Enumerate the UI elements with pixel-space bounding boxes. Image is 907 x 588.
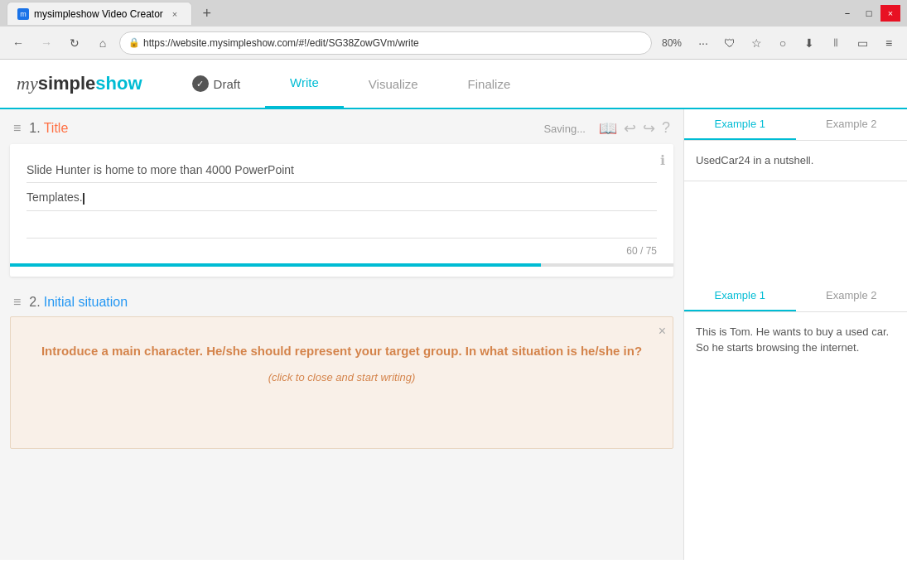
close-instruction-button[interactable]: ×: [659, 324, 666, 339]
example-tabs-1: Example 1 Example 2: [684, 109, 907, 141]
minimize-button[interactable]: −: [837, 5, 857, 22]
window-controls: − □ ×: [837, 5, 900, 22]
example-tab-1-1[interactable]: Example 1: [684, 109, 796, 140]
workflow-step-visualize[interactable]: Visualize: [344, 60, 443, 108]
section-1-icons: 📖 ↩ ↪ ?: [599, 119, 670, 137]
example-tab-2-2[interactable]: Example 2: [796, 281, 908, 311]
section-1-header: ≡ 1. Title Saving... 📖 ↩ ↪ ?: [0, 109, 683, 144]
example-tabs-2: Example 1 Example 2: [684, 281, 907, 312]
hamburger-icon-1[interactable]: ≡: [13, 121, 21, 136]
workflow-step-finalize[interactable]: Finalize: [443, 60, 536, 108]
menu-icon[interactable]: ≡: [877, 31, 900, 55]
star-icon[interactable]: ☆: [745, 31, 768, 55]
refresh-button[interactable]: ↻: [63, 31, 86, 55]
section-2-instruction-card[interactable]: × Introduce a main character. He/she sho…: [10, 316, 673, 449]
section-2-title: Initial situation: [44, 295, 128, 310]
text-line-1: Slide Hunter is home to more than 4000 P…: [27, 161, 657, 183]
text-line-3: [27, 216, 657, 239]
home-button[interactable]: ⌂: [91, 31, 114, 55]
tablet-icon[interactable]: ▭: [851, 31, 874, 55]
browser-tab[interactable]: m mysimpleshow Video Creator ×: [7, 2, 192, 25]
workflow-write-label: Write: [290, 75, 319, 89]
tab-close-button[interactable]: ×: [168, 7, 181, 21]
instruction-click-text: (click to close and start writing): [27, 371, 656, 383]
tab-title: mysimpleshow Video Creator: [34, 8, 163, 20]
library-icon[interactable]: ⫴: [824, 31, 847, 55]
char-count-1: 60 / 75: [27, 245, 657, 257]
section-1-number: 1.: [29, 121, 40, 136]
workflow-draft-label: Draft: [214, 77, 241, 91]
url-text: https://website.mysimpleshow.com/#!/edit…: [143, 37, 643, 49]
url-bar[interactable]: 🔒 https://website.mysimpleshow.com/#!/ed…: [119, 31, 652, 55]
address-bar: ← → ↻ ⌂ 🔒 https://website.mysimpleshow.c…: [0, 27, 907, 60]
hamburger-icon-2[interactable]: ≡: [13, 295, 21, 310]
section-1-editor[interactable]: ℹ Slide Hunter is home to more than 4000…: [10, 144, 673, 277]
section-2-header: ≡ 2. Initial situation: [0, 285, 683, 316]
new-tab-button[interactable]: +: [195, 2, 219, 25]
workflow-finalize-label: Finalize: [468, 77, 511, 91]
back-button[interactable]: ←: [7, 31, 30, 55]
tab-favicon: m: [17, 8, 29, 20]
progress-bar-1: [10, 263, 541, 267]
section-initial-situation: ≡ 2. Initial situation × Introduce a mai…: [0, 285, 683, 449]
section-title-header: ≡ 1. Title Saving... 📖 ↩ ↪ ? ℹ Slide Hun…: [0, 109, 683, 277]
browser-chrome: m mysimpleshow Video Creator × + − □ × ←…: [0, 0, 907, 60]
instruction-text: Introduce a main character. He/she shoul…: [27, 342, 656, 361]
workflow-nav: ✓ Draft Write Visualize Finalize: [167, 60, 890, 108]
right-panel: Example 1 Example 2 UsedCar24 in a nutsh…: [683, 109, 907, 560]
dots-icon[interactable]: ···: [692, 31, 715, 55]
logo-show: show: [95, 73, 142, 94]
toolbar-icons: ··· 🛡 ☆ ○ ⬇ ⫴ ▭ ≡: [692, 31, 900, 55]
zoom-level: 80%: [657, 36, 687, 51]
check-circle-icon: ✓: [192, 75, 209, 92]
example-tab-1-2[interactable]: Example 2: [796, 109, 908, 140]
example-tab-2-1[interactable]: Example 1: [684, 281, 796, 311]
text-content-2: Templates.: [27, 190, 83, 204]
text-cursor: [83, 193, 84, 205]
circle-icon[interactable]: ○: [771, 31, 794, 55]
logo: my simple show: [17, 73, 142, 94]
title-bar: m mysimpleshow Video Creator × + − □ ×: [0, 0, 907, 27]
saving-text: Saving...: [543, 123, 586, 135]
workflow-step-draft[interactable]: ✓ Draft: [167, 60, 266, 108]
left-panel: ≡ 1. Title Saving... 📖 ↩ ↪ ? ℹ Slide Hun…: [0, 109, 683, 560]
maximize-button[interactable]: □: [859, 5, 879, 22]
app-container: my simple show ✓ Draft Write Visualize F…: [0, 60, 907, 560]
logo-simple: simple: [38, 73, 96, 94]
text-line-2: Templates.: [27, 188, 657, 210]
section-1-title: Title: [44, 121, 69, 136]
workflow-visualize-label: Visualize: [369, 77, 418, 91]
section-2-number: 2.: [29, 295, 40, 310]
forward-button[interactable]: →: [35, 31, 58, 55]
shield-icon[interactable]: 🛡: [718, 31, 741, 55]
close-button[interactable]: ×: [880, 5, 900, 22]
redo-icon[interactable]: ↪: [643, 119, 655, 137]
app-header: my simple show ✓ Draft Write Visualize F…: [0, 60, 907, 109]
editor-text-1[interactable]: Slide Hunter is home to more than 4000 P…: [27, 161, 657, 239]
download-icon[interactable]: ⬇: [798, 31, 821, 55]
info-icon-1[interactable]: ℹ: [660, 152, 665, 168]
example-content-2: This is Tom. He wants to buy a used car.…: [684, 312, 907, 368]
undo-icon[interactable]: ↩: [624, 119, 636, 137]
logo-my: my: [17, 73, 38, 94]
workflow-step-write[interactable]: Write: [265, 60, 344, 108]
book-icon[interactable]: 📖: [599, 119, 617, 137]
spacer-1: [684, 181, 907, 281]
lock-icon: 🔒: [128, 37, 140, 48]
example-content-1: UsedCar24 in a nutshell.: [684, 141, 907, 181]
progress-bar-container-1: [10, 263, 673, 267]
main-content: ≡ 1. Title Saving... 📖 ↩ ↪ ? ℹ Slide Hun…: [0, 109, 907, 560]
help-icon[interactable]: ?: [662, 119, 670, 137]
